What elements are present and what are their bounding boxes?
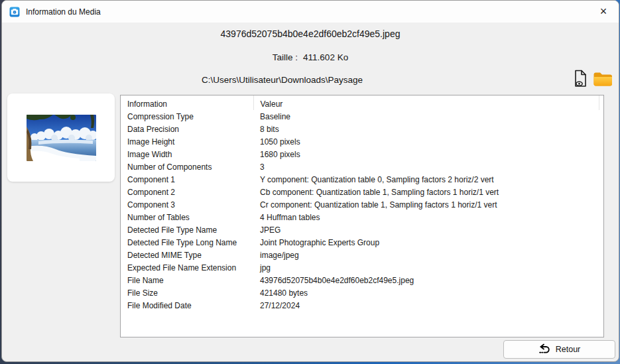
table-row[interactable]: Component 1Y component: Quantization tab…	[121, 173, 603, 186]
column-header-spacer	[599, 95, 603, 110]
metadata-table-body: Compression TypeBaselineData Precision8 …	[121, 110, 603, 312]
file-path: C:\Users\Utilisateur\Downloads\Paysage	[2, 75, 562, 85]
media-info-dialog: Information du Media × 43976d52075b4b0e4…	[1, 0, 619, 362]
table-row[interactable]: Compression TypeBaseline	[121, 110, 603, 123]
thumbnail-image	[27, 115, 96, 161]
folder-icon	[593, 80, 613, 90]
titlebar: Information du Media ×	[2, 1, 619, 23]
metadata-table: Information Valeur Compression TypeBasel…	[121, 95, 603, 312]
metadata-panel: Information Valeur Compression TypeBasel…	[120, 95, 604, 337]
close-button[interactable]: ×	[588, 1, 619, 23]
table-header-row: Information Valeur	[121, 95, 603, 110]
file-size-line: Taille :411.602 Ko	[2, 52, 619, 62]
header-icons	[573, 70, 613, 90]
size-value: 411.602 Ko	[303, 52, 348, 62]
column-header-valeur[interactable]: Valeur	[253, 95, 599, 110]
table-row[interactable]: Detected File Type NameJPEG	[121, 223, 603, 236]
table-row[interactable]: Expected File Name Extensionjpg	[121, 261, 603, 274]
table-row[interactable]: Image Height1050 pixels	[121, 135, 603, 148]
table-row[interactable]: Number of Components3	[121, 160, 603, 173]
media-app-icon	[9, 7, 20, 17]
back-button-label: Retour	[556, 345, 581, 354]
preview-file-button[interactable]	[573, 70, 588, 90]
table-row[interactable]: Component 2Cb component: Quantization ta…	[121, 186, 603, 198]
thumbnail-card	[7, 93, 115, 182]
table-row[interactable]: File Modified Date27/12/2024	[121, 299, 603, 312]
table-row[interactable]: Detected File Type Long NameJoint Photog…	[121, 236, 603, 249]
table-row[interactable]: Data Precision8 bits	[121, 123, 603, 135]
table-row[interactable]: Image Width1680 pixels	[121, 148, 603, 160]
table-row[interactable]: Component 3Cr component: Quantization ta…	[121, 198, 603, 211]
column-header-information[interactable]: Information	[121, 95, 253, 110]
file-name-heading: 43976d52075b4b0e4e2df60eb2cf49e5.jpeg	[2, 29, 619, 39]
back-button[interactable]: Retour	[503, 340, 615, 359]
window-title: Information du Media	[26, 7, 101, 17]
table-row[interactable]: Detected MIME Typeimage/jpeg	[121, 249, 603, 261]
size-label: Taille :	[273, 52, 298, 62]
return-arrow-icon	[538, 343, 551, 356]
table-row[interactable]: Number of Tables4 Huffman tables	[121, 211, 603, 223]
open-folder-button[interactable]	[593, 71, 613, 90]
table-row[interactable]: File Name43976d52075b4b0e4e2df60eb2cf49e…	[121, 274, 603, 286]
table-row[interactable]: File Size421480 bytes	[121, 286, 603, 299]
file-preview-eye-icon	[573, 80, 588, 90]
